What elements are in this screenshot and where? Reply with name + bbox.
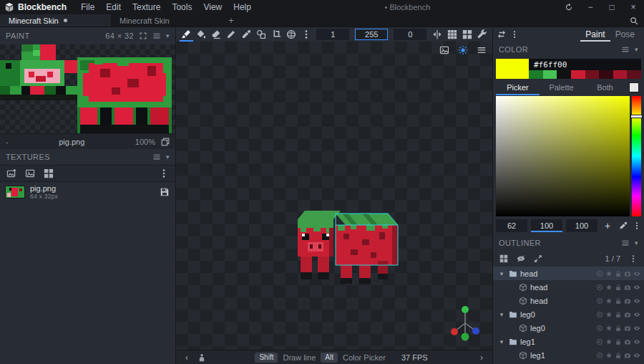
lock-icon[interactable] [615,311,622,318]
maximize-button[interactable]: □ [601,0,623,14]
palette-swatch[interactable] [543,70,557,79]
gradient-tool[interactable] [284,27,298,42]
panel-menu-icon[interactable] [152,153,161,161]
palette-swatch[interactable] [557,70,571,79]
eye-icon[interactable] [633,297,640,305]
palette-swatch[interactable] [627,70,641,79]
hue-slider[interactable] [632,96,641,216]
menu-file[interactable]: File [75,0,100,14]
append-palette-icon[interactable] [44,168,54,178]
cancel-icon[interactable] [596,338,603,345]
add-to-palette-button[interactable]: + [601,219,614,232]
hue-slider-handle[interactable] [631,115,642,118]
palette-swatch[interactable] [585,70,600,79]
camera-icon[interactable] [624,270,631,277]
camera-icon[interactable] [624,325,631,332]
star-icon[interactable] [605,270,613,277]
cancel-icon[interactable] [596,325,603,332]
eye-icon[interactable] [633,325,640,332]
toggle-visibility-icon[interactable] [517,254,525,263]
customize-toolbar-icon[interactable] [475,27,489,42]
tree-expand-icon[interactable]: ▾ [497,338,506,345]
save-texture-icon[interactable] [160,187,170,197]
lock-icon[interactable] [615,297,622,305]
draw-shape-tool[interactable] [255,27,268,42]
pig-model[interactable] [296,203,404,300]
outliner-options-icon[interactable] [499,254,508,263]
texture-2d-preview[interactable] [0,44,175,133]
project-tab-1[interactable]: Minecraft Skin [111,14,222,27]
star-icon[interactable] [605,325,613,332]
sidebar-expand-icon[interactable]: › [477,353,487,363]
star-icon[interactable] [605,352,613,359]
camera-icon[interactable] [624,284,631,291]
brush-tool[interactable] [180,27,193,42]
star-icon[interactable] [605,311,613,318]
eye-icon[interactable] [633,352,640,359]
star-icon[interactable] [605,297,613,305]
camera-icon[interactable] [624,338,631,345]
layers-icon[interactable] [161,138,170,146]
camera-icon[interactable] [624,352,631,359]
pixel-grid-toggle[interactable] [445,27,459,42]
brush-size-input[interactable] [316,29,349,40]
picker-tab-picker[interactable]: Picker [496,80,540,95]
eye-icon[interactable] [633,270,640,277]
lock-icon[interactable] [615,284,622,291]
palette-swatch[interactable] [599,70,613,79]
fill-tool[interactable] [195,27,208,42]
search-icon[interactable] [624,14,644,27]
brush-opacity-input[interactable] [355,29,388,40]
lock-icon[interactable] [615,352,622,359]
viewport-menu-icon[interactable] [477,45,487,55]
menu-help[interactable]: Help [228,0,257,14]
swap-colors-icon[interactable] [497,30,506,39]
textures-more-icon[interactable] [159,168,169,178]
pencil-tool[interactable] [225,27,238,42]
lock-icon[interactable] [615,325,622,332]
palette-swatch[interactable] [571,70,585,79]
outliner-node-head[interactable]: ▾head [493,267,644,280]
outliner-node-leg0[interactable]: ▾leg0 [493,307,644,321]
hue-input[interactable] [496,219,527,232]
camera-icon[interactable] [624,311,631,318]
cancel-icon[interactable] [596,270,603,277]
eyedropper-icon[interactable] [619,221,628,230]
create-texture-icon[interactable] [25,168,35,178]
tree-expand-icon[interactable]: ▾ [497,311,506,318]
tree-expand-icon[interactable]: ▾ [497,270,506,277]
menu-tools[interactable]: Tools [166,0,197,14]
eraser-tool[interactable] [210,27,223,42]
cancel-icon[interactable] [596,297,603,305]
picker-tab-palette[interactable]: Palette [540,80,583,95]
eye-icon[interactable] [633,311,640,318]
screenshot-icon[interactable] [439,45,449,55]
menu-edit[interactable]: Edit [100,0,127,14]
reload-button[interactable] [558,0,580,14]
cancel-icon[interactable] [596,352,603,359]
hex-color-input[interactable]: #f6ff00 [529,59,641,70]
star-icon[interactable] [605,284,613,291]
close-button[interactable]: × [623,0,644,14]
selection-tool[interactable] [270,27,283,42]
orientation-gizmo[interactable] [449,304,481,341]
outliner-node-head[interactable]: head [493,294,644,307]
secondary-color-swatch[interactable] [630,83,638,92]
import-texture-icon[interactable] [6,168,16,178]
toolbar-more-icon[interactable] [299,27,313,42]
camera-icon[interactable] [624,297,631,305]
saturation-value-picker[interactable] [496,96,630,216]
picker-tab-both[interactable]: Both [583,80,627,95]
value-input[interactable] [566,219,597,232]
star-icon[interactable] [605,338,613,345]
panel-menu-icon[interactable] [621,239,630,247]
outliner-more-icon[interactable] [629,254,638,263]
color-more-icon[interactable] [633,221,641,230]
minimize-button[interactable]: − [580,0,601,14]
mirror-painting-toggle[interactable] [430,27,444,42]
sidebar-collapse-icon[interactable]: ‹ [182,353,192,363]
viewport-3d[interactable] [176,42,492,350]
lock-icon[interactable] [615,270,622,277]
new-tab-button[interactable]: + [222,14,240,27]
outliner-node-leg1[interactable]: ▾leg1 [493,335,644,348]
